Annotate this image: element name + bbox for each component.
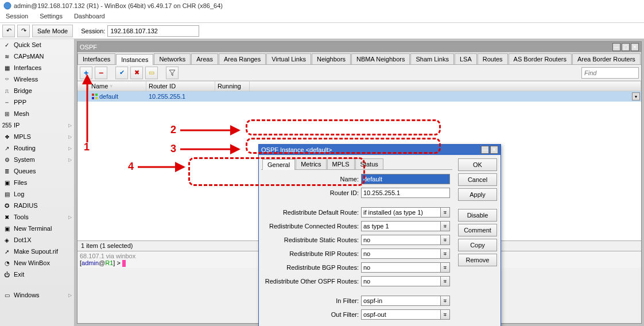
find-input[interactable] [581, 67, 639, 79]
sidebar-item-radius[interactable]: ✪RADIUS [0, 200, 74, 211]
tab-area-ranges[interactable]: Area Ranges [219, 53, 266, 64]
router-id-input[interactable] [361, 188, 450, 198]
maximize-button[interactable]: ▢ [622, 43, 630, 51]
sidebar-item-files[interactable]: ▣Files [0, 177, 74, 188]
sidebar-item-exit[interactable]: ⏻Exit [0, 269, 74, 280]
sidebar-item-queues[interactable]: ≣Queues [0, 165, 74, 177]
chevron-down-icon[interactable]: ∓ [440, 208, 449, 217]
chevron-down-icon[interactable]: ∓ [440, 310, 449, 319]
ip-icon: 255 [2, 121, 11, 130]
chevron-down-icon[interactable]: ∓ [440, 222, 449, 231]
tab-neighbors[interactable]: Neighbors [312, 53, 351, 64]
sidebar-item-ip[interactable]: 255IP▷ [0, 119, 74, 131]
remove-button[interactable]: Remove [458, 254, 497, 266]
tab-mpls[interactable]: MPLS [327, 158, 355, 169]
name-label: Name: [263, 176, 361, 183]
tab-general[interactable]: General [262, 159, 295, 170]
redist-connected-select[interactable]: as type 1∓ [361, 221, 450, 231]
table-row[interactable]: default 10.255.255.1 [77, 91, 641, 102]
sidebar-item-mesh[interactable]: ⊞Mesh [0, 108, 74, 119]
redist-rip-select[interactable]: no∓ [361, 249, 450, 259]
chevron-down-icon[interactable]: ∓ [440, 263, 449, 272]
add-button[interactable]: + [80, 67, 92, 79]
chevron-down-icon[interactable]: ∓ [440, 235, 449, 244]
redist-bgp-select[interactable]: no∓ [361, 262, 450, 273]
safe-mode-button[interactable]: Safe Mode [32, 25, 73, 37]
close-button[interactable]: ✕ [631, 43, 639, 51]
tab-routes[interactable]: Routes [478, 53, 508, 64]
comment-button[interactable]: Comment [458, 224, 497, 236]
ok-button[interactable]: OK [458, 158, 497, 171]
enable-button[interactable]: ✔ [115, 67, 128, 79]
chevron-down-icon[interactable]: ∓ [440, 249, 449, 258]
minimize-button[interactable]: — [481, 146, 489, 154]
sidebar-item-new-winbox[interactable]: ◔New WinBox [0, 257, 74, 269]
undo-button[interactable]: ↶ [2, 25, 15, 37]
remove-button[interactable]: − [95, 67, 107, 79]
apply-button[interactable]: Apply [458, 188, 497, 201]
tab-status[interactable]: Status [355, 158, 383, 169]
main-area: ✓Quick Set≋CAPsMAN▦Interfaces⌔Wireless⎍B… [0, 39, 644, 326]
instance-window-titlebar[interactable]: OSPF Instance <default> — ✕ [259, 145, 501, 155]
tab-sham-links[interactable]: Sham Links [410, 53, 453, 64]
sidebar-item-bridge[interactable]: ⎍Bridge [0, 85, 74, 96]
col-router-id[interactable]: Router ID [146, 82, 215, 91]
instance-window-title: OSPF Instance <default> [261, 146, 332, 153]
sidebar-item-label: Queues [14, 168, 36, 174]
name-input[interactable] [361, 174, 450, 184]
chevron-right-icon: ▷ [68, 146, 72, 151]
sidebar-item-routing[interactable]: ↗Routing▷ [0, 142, 74, 154]
redist-static-select[interactable]: no∓ [361, 235, 450, 245]
tab-interfaces[interactable]: Interfaces [77, 53, 115, 64]
tab-area-border-routers[interactable]: Area Border Routers [572, 53, 641, 64]
sidebar-item-capsman[interactable]: ≋CAPsMAN [0, 51, 74, 62]
ospf-toolbar: + − ✔ ✖ ▭ [77, 65, 641, 81]
column-chooser-button[interactable]: ▾ [632, 92, 640, 100]
sidebar-item-dot1x[interactable]: ◈Dot1X [0, 234, 74, 246]
sidebar-item-log[interactable]: ▤Log [0, 188, 74, 200]
sidebar-item-system[interactable]: ⚙System▷ [0, 154, 74, 165]
out-filter-select[interactable]: ospf-out∓ [361, 309, 450, 320]
col-running[interactable]: Running [215, 82, 250, 91]
sidebar-item-wireless[interactable]: ⌔Wireless [0, 73, 74, 85]
ospf-window-titlebar: OSPF — ▢ ✕ [77, 42, 641, 52]
tab-lsa[interactable]: LSA [455, 53, 477, 64]
sidebar-item-make-supout.rif[interactable]: ➚Make Supout.rif [0, 246, 74, 257]
chevron-down-icon[interactable]: ∓ [440, 277, 449, 286]
in-filter-select[interactable]: ospf-in∓ [361, 296, 450, 306]
close-button[interactable]: ✕ [490, 146, 498, 154]
filter-button[interactable] [166, 67, 179, 79]
tab-instances[interactable]: Instances [116, 54, 153, 65]
sidebar-item-mpls[interactable]: ❖MPLS▷ [0, 131, 74, 142]
session-address-input[interactable] [107, 25, 199, 37]
col-name[interactable]: Name▿ [89, 82, 146, 91]
tab-virtual-links[interactable]: Virtual Links [266, 53, 311, 64]
menu-settings[interactable]: Settings [37, 11, 65, 22]
wireless-icon: ⌔ [2, 75, 11, 84]
redist-other-select[interactable]: no∓ [361, 276, 450, 286]
tab-metrics[interactable]: Metrics [296, 158, 326, 169]
redist-default-select[interactable]: if installed (as type 1)∓ [361, 207, 450, 218]
tab-nbma-neighbors[interactable]: NBMA Neighbors [351, 53, 410, 64]
window-titlebar: admin@192.168.107.132 (R1) - WinBox (64b… [0, 0, 644, 11]
disable-button[interactable]: Disable [458, 209, 497, 222]
cancel-button[interactable]: Cancel [458, 173, 497, 186]
sidebar-item-interfaces[interactable]: ▦Interfaces [0, 62, 74, 73]
minimize-button[interactable]: — [612, 43, 620, 51]
sidebar-item-ppp[interactable]: ⎓PPP [0, 96, 74, 108]
sidebar: ✓Quick Set≋CAPsMAN▦Interfaces⌔Wireless⎍B… [0, 39, 75, 326]
copy-button[interactable]: Copy [458, 239, 497, 251]
disable-button[interactable]: ✖ [130, 67, 143, 79]
tab-networks[interactable]: Networks [154, 53, 191, 64]
redo-button[interactable]: ↷ [17, 25, 30, 37]
sidebar-item-quick-set[interactable]: ✓Quick Set [0, 39, 74, 51]
chevron-down-icon[interactable]: ∓ [440, 296, 449, 305]
tab-areas[interactable]: Areas [191, 53, 218, 64]
menu-dashboard[interactable]: Dashboard [72, 11, 107, 22]
menu-session[interactable]: Session [3, 11, 30, 22]
sidebar-item-tools[interactable]: ✖Tools▷ [0, 211, 74, 223]
tab-as-border-routers[interactable]: AS Border Routers [509, 53, 572, 64]
sidebar-item-windows[interactable]: ▭ Windows ▷ [0, 289, 74, 301]
sidebar-item-new-terminal[interactable]: ▣New Terminal [0, 223, 74, 234]
comment-button[interactable]: ▭ [145, 67, 158, 79]
